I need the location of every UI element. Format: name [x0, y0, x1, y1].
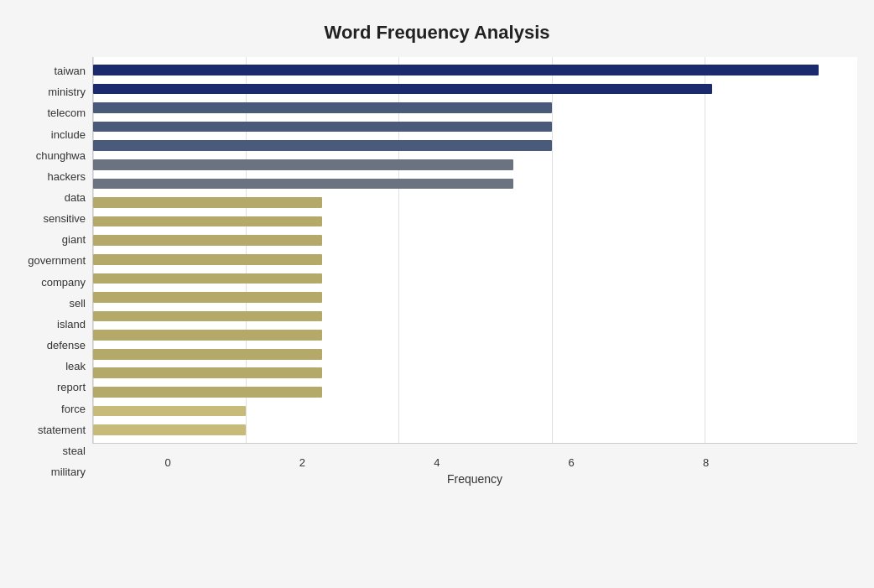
- bar-row: [93, 402, 857, 421]
- bar: [93, 406, 246, 417]
- bar-row: [93, 80, 857, 99]
- y-label: government: [28, 250, 86, 271]
- y-label: defense: [47, 335, 86, 356]
- y-axis: taiwanministrytelecomincludechunghwahack…: [17, 57, 92, 486]
- y-label: report: [57, 377, 86, 398]
- y-label: leak: [65, 356, 86, 377]
- bar-row: [93, 325, 857, 345]
- bar-row: [93, 117, 857, 137]
- y-label: taiwan: [54, 60, 86, 81]
- bar-row: [93, 288, 857, 307]
- bar: [93, 367, 322, 378]
- x-axis-title: Frequency: [92, 472, 857, 486]
- bar-row: [93, 155, 857, 174]
- x-tick-label: 4: [434, 456, 440, 469]
- bar: [93, 254, 322, 265]
- y-label: island: [57, 314, 86, 335]
- bar-row: [93, 193, 857, 212]
- bar-row: [93, 231, 857, 250]
- x-tick-label: 0: [164, 456, 170, 469]
- bars-container: [93, 57, 857, 443]
- bar-row: [93, 174, 857, 194]
- bar-row: [93, 345, 857, 364]
- chart-title: Word Frequency Analysis: [17, 17, 857, 44]
- bar: [93, 292, 322, 303]
- x-axis-labels: 02468: [168, 444, 840, 469]
- y-label: ministry: [48, 81, 86, 102]
- bar: [93, 311, 322, 322]
- bar-row: [93, 98, 857, 117]
- y-label: telecom: [47, 102, 86, 123]
- bar-row: [93, 136, 857, 155]
- bar: [93, 424, 246, 435]
- bar: [93, 140, 552, 151]
- y-label: statement: [38, 419, 86, 440]
- x-tick-label: 8: [703, 456, 709, 469]
- bar-row: [93, 307, 857, 326]
- bar: [93, 65, 819, 75]
- y-label: giant: [62, 229, 86, 250]
- bar-row: [93, 250, 857, 269]
- y-label: chunghwa: [36, 145, 86, 166]
- bar: [93, 330, 322, 341]
- y-label: sell: [69, 293, 86, 314]
- x-tick-label: 6: [569, 456, 575, 469]
- bar: [93, 102, 552, 113]
- y-label: steal: [63, 440, 86, 461]
- bar: [93, 349, 322, 360]
- y-label: force: [61, 398, 86, 419]
- y-label: military: [51, 461, 86, 482]
- plot-area: [92, 57, 857, 444]
- bar: [93, 387, 322, 398]
- bar-row: [93, 382, 857, 402]
- bar: [93, 179, 513, 190]
- bar: [93, 159, 513, 170]
- y-label: company: [41, 272, 86, 293]
- bar: [93, 216, 322, 227]
- bar-row: [93, 212, 857, 232]
- bar: [93, 84, 712, 95]
- bar-row: [93, 364, 857, 383]
- bar: [93, 235, 322, 246]
- y-label: sensitive: [43, 208, 86, 229]
- bar: [93, 122, 552, 133]
- bar: [93, 273, 322, 284]
- y-label: include: [51, 123, 86, 144]
- x-tick-label: 2: [299, 456, 305, 469]
- bar-row: [93, 269, 857, 289]
- chart-container: Word Frequency Analysis taiwanministryte…: [0, 0, 874, 588]
- y-label: hackers: [47, 166, 86, 187]
- bar: [93, 197, 322, 208]
- chart-area: taiwanministrytelecomincludechunghwahack…: [17, 57, 857, 486]
- bar-row: [93, 60, 857, 80]
- y-label: data: [65, 187, 86, 208]
- bar-row: [93, 420, 857, 440]
